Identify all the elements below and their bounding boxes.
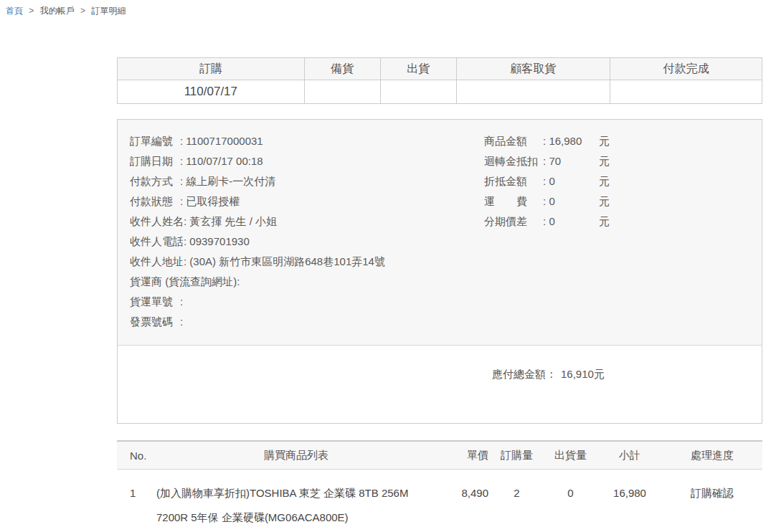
- recipient-phone-value: : 0939701930: [184, 232, 250, 252]
- installment-diff-value: : 0: [543, 212, 599, 232]
- status-value-pickup: [456, 80, 610, 104]
- total-amount-value: 16,910元: [561, 368, 605, 380]
- order-number-label: 訂單編號: [130, 131, 180, 151]
- header-unit-price: 單價: [436, 449, 490, 462]
- status-value-shipped: [380, 80, 456, 104]
- payment-method-label: 付款方式: [130, 171, 180, 191]
- rebate-deduction-label: 迴轉金抵扣: [484, 151, 543, 171]
- discount-amount-value: : 0: [543, 171, 599, 191]
- discount-amount-row: 折抵金額 : 0 元: [484, 171, 747, 191]
- product-table: No. 購買商品列表 單價 訂購量 出貨量 小計 處理進度 1 (加入購物車享折…: [117, 440, 762, 530]
- header-ship-qty: 出貨量: [544, 449, 597, 462]
- order-info-left-column: 訂單編號 : 1100717000031 訂購日期 : 110/07/17 00…: [130, 131, 484, 332]
- installment-diff-unit: 元: [599, 212, 610, 232]
- recipient-name-row: 收件人姓名 : 黃玄揮 先生 / 小姐: [130, 212, 484, 232]
- goods-amount-label: 商品金額: [484, 131, 543, 151]
- shipping-fee-unit: 元: [599, 191, 610, 212]
- order-info-area: 訂單編號 : 1100717000031 訂購日期 : 110/07/17 00…: [118, 120, 762, 346]
- status-header-pickup: 顧客取貨: [456, 58, 610, 80]
- product-row-name: (加入購物車享折扣)TOSHIBA 東芝 企業碟 8TB 256M 7200R …: [156, 481, 436, 530]
- rebate-deduction-value: : 70: [543, 151, 599, 171]
- payment-method-row: 付款方式 : 線上刷卡-一次付清: [130, 171, 484, 191]
- tracking-number-value: :: [180, 292, 183, 312]
- header-subtotal: 小計: [597, 449, 662, 462]
- product-row-progress: 訂購確認: [662, 481, 762, 530]
- main-content: 訂購 備貨 出貨 顧客取貨 付款完成 110/07/17 訂單編號 :: [117, 57, 762, 530]
- carrier-value: :: [237, 272, 240, 292]
- shipping-fee-label: 運 費: [484, 191, 543, 212]
- product-row-ship-qty: 0: [544, 481, 597, 530]
- product-table-header: No. 購買商品列表 單價 訂購量 出貨量 小計 處理進度: [117, 440, 762, 470]
- goods-amount-unit: 元: [599, 131, 610, 151]
- rebate-deduction-row: 迴轉金抵扣 : 70 元: [484, 151, 747, 171]
- payment-status-value: : 已取得授權: [180, 191, 240, 212]
- payment-status-row: 付款狀態 : 已取得授權: [130, 191, 484, 212]
- invoice-number-label: 發票號碼: [130, 312, 180, 332]
- order-date-row: 訂購日期 : 110/07/17 00:18: [130, 151, 484, 171]
- breadcrumb-separator: >: [80, 6, 85, 16]
- order-number-row: 訂單編號 : 1100717000031: [130, 131, 484, 151]
- breadcrumb-my-account[interactable]: 我的帳戶: [40, 6, 75, 16]
- recipient-phone-row: 收件人電話 : 0939701930: [130, 232, 484, 252]
- status-header-paid: 付款完成: [610, 58, 762, 80]
- total-amount-label: 應付總金額：: [492, 368, 557, 380]
- product-row-unit-price: 8,490: [436, 481, 490, 530]
- order-number-value: : 1100717000031: [180, 131, 263, 151]
- status-value-paid: [610, 80, 762, 104]
- rebate-deduction-unit: 元: [599, 151, 610, 171]
- header-progress: 處理進度: [662, 449, 762, 462]
- order-status-table: 訂購 備貨 出貨 顧客取貨 付款完成 110/07/17: [117, 57, 762, 104]
- status-header-prepare: 備貨: [304, 58, 380, 80]
- recipient-address-label: 收件人地址: [130, 252, 184, 272]
- order-detail-page: 首頁 > 我的帳戶 > 訂單明細 訂購 備貨 出貨 顧客取貨 付款完成 110/…: [0, 0, 771, 532]
- tracking-number-label: 貨運單號: [130, 292, 180, 312]
- payment-status-label: 付款狀態: [130, 191, 180, 212]
- installment-diff-row: 分期價差 : 0 元: [484, 212, 747, 232]
- header-no: No.: [117, 450, 156, 462]
- tracking-number-row: 貨運單號 :: [130, 292, 484, 312]
- goods-amount-value: : 16,980: [543, 131, 599, 151]
- installment-diff-label: 分期價差: [484, 212, 543, 232]
- product-row-subtotal: 16,980: [597, 481, 662, 530]
- product-row-no: 1: [117, 481, 156, 530]
- invoice-number-row: 發票號碼 :: [130, 312, 484, 332]
- breadcrumb: 首頁 > 我的帳戶 > 訂單明細: [0, 0, 771, 17]
- recipient-address-value: : (30A) 新竹市東區明湖路648巷101弄14號: [184, 252, 385, 272]
- header-product-list: 購買商品列表: [156, 449, 436, 462]
- shipping-fee-value: : 0: [543, 191, 599, 212]
- status-value-ordered-date: 110/07/17: [118, 80, 305, 104]
- status-value-prepare: [304, 80, 380, 104]
- payment-method-value: : 線上刷卡-一次付清: [180, 171, 275, 191]
- order-info-panel: 訂單編號 : 1100717000031 訂購日期 : 110/07/17 00…: [117, 119, 762, 424]
- recipient-name-label: 收件人姓名: [130, 212, 184, 232]
- shipping-fee-row: 運 費 : 0 元: [484, 191, 747, 212]
- discount-amount-unit: 元: [599, 171, 610, 191]
- goods-amount-row: 商品金額 : 16,980 元: [484, 131, 747, 151]
- recipient-phone-label: 收件人電話: [130, 232, 184, 252]
- total-amount-area: 應付總金額：16,910元: [118, 346, 762, 423]
- recipient-name-value: : 黃玄揮 先生 / 小姐: [184, 212, 277, 232]
- status-header-ordered: 訂購: [118, 58, 305, 80]
- carrier-row: 貨運商 (貨流查詢網址) :: [130, 272, 484, 292]
- product-row: 1 (加入購物車享折扣)TOSHIBA 東芝 企業碟 8TB 256M 7200…: [117, 470, 762, 530]
- order-date-label: 訂購日期: [130, 151, 180, 171]
- breadcrumb-separator: >: [29, 6, 34, 16]
- carrier-label: 貨運商 (貨流查詢網址): [130, 272, 237, 292]
- discount-amount-label: 折抵金額: [484, 171, 543, 191]
- product-row-order-qty: 2: [490, 481, 544, 530]
- recipient-address-row: 收件人地址 : (30A) 新竹市東區明湖路648巷101弄14號: [130, 252, 484, 272]
- invoice-number-value: :: [180, 312, 183, 332]
- header-order-qty: 訂購量: [490, 449, 544, 462]
- status-header-shipped: 出貨: [380, 58, 456, 80]
- order-date-value: : 110/07/17 00:18: [180, 151, 263, 171]
- breadcrumb-home-link[interactable]: 首頁: [6, 6, 23, 16]
- order-info-right-column: 商品金額 : 16,980 元 迴轉金抵扣 : 70 元 折抵金額 : 0 元: [484, 131, 747, 332]
- breadcrumb-current: 訂單明細: [91, 6, 126, 16]
